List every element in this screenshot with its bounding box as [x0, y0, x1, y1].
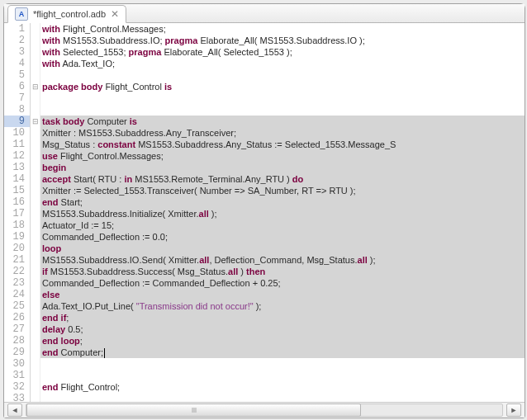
line-number[interactable]: 31: [4, 370, 31, 381]
scroll-right-button[interactable]: ►: [506, 403, 521, 417]
scroll-track[interactable]: [26, 403, 503, 417]
code-line[interactable]: 19 Commanded_Deflection := 0.0;: [4, 231, 525, 243]
code-line[interactable]: 21 MS1553.Subaddress.IO.Send( Xmitter.al…: [4, 254, 525, 266]
code-line[interactable]: 16 end Start;: [4, 196, 525, 208]
code-text[interactable]: begin: [40, 162, 525, 173]
code-line[interactable]: 20 loop: [4, 243, 525, 254]
code-line[interactable]: 2with MS1553.Subaddress.IO; pragma Elabo…: [4, 35, 525, 46]
line-number[interactable]: 10: [4, 127, 31, 139]
code-line[interactable]: 30: [4, 358, 525, 370]
line-number[interactable]: 15: [4, 185, 31, 196]
line-number[interactable]: 8: [4, 104, 31, 116]
code-text[interactable]: use Flight_Control.Messages;: [40, 150, 525, 162]
code-text[interactable]: accept Start( RTU : in MS1553.Remote_Ter…: [40, 173, 525, 185]
code-text[interactable]: [40, 393, 525, 402]
code-line[interactable]: 7: [4, 92, 525, 104]
scroll-thumb[interactable]: [26, 403, 361, 417]
line-number[interactable]: 3: [4, 46, 31, 58]
line-number[interactable]: 32: [4, 381, 31, 393]
code-line[interactable]: 11 Msg_Status : constant MS1553.Subaddre…: [4, 139, 525, 150]
code-line[interactable]: 29 end Computer;: [4, 347, 525, 358]
line-number[interactable]: 1: [4, 23, 31, 35]
code-text[interactable]: loop: [40, 243, 525, 254]
code-text[interactable]: Actuator_Id := 15;: [40, 219, 525, 231]
line-number[interactable]: 2: [4, 35, 31, 46]
code-text[interactable]: task body Computer is: [40, 116, 525, 127]
code-line[interactable]: 9⊟ task body Computer is: [4, 116, 525, 127]
code-text[interactable]: with Ada.Text_IO;: [40, 58, 525, 69]
code-line[interactable]: 5: [4, 69, 525, 81]
code-lines[interactable]: 1with Flight_Control.Messages;2with MS15…: [4, 23, 525, 402]
line-number[interactable]: 19: [4, 231, 31, 243]
code-text[interactable]: [40, 104, 525, 116]
code-text[interactable]: MS1553.Subaddress.IO.Send( Xmitter.all, …: [40, 254, 525, 266]
code-line[interactable]: 17MS1553.Subaddress.Initialize( Xmitter.…: [4, 208, 525, 219]
line-number[interactable]: 25: [4, 300, 31, 312]
code-line[interactable]: 1with Flight_Control.Messages;: [4, 23, 525, 35]
code-text[interactable]: [40, 370, 525, 381]
line-number[interactable]: 11: [4, 139, 31, 150]
code-line[interactable]: 23 Commanded_Deflection := Commanded_Def…: [4, 277, 525, 289]
code-text[interactable]: [40, 69, 525, 81]
line-number[interactable]: 12: [4, 150, 31, 162]
fold-toggle-icon[interactable]: ⊟: [31, 81, 40, 92]
line-number[interactable]: 23: [4, 277, 31, 289]
code-text[interactable]: with Selected_1553; pragma Elaborate_All…: [40, 46, 525, 58]
line-number[interactable]: 18: [4, 219, 31, 231]
code-line[interactable]: 26 end if;: [4, 312, 525, 323]
code-text[interactable]: end loop;: [40, 335, 525, 347]
line-number[interactable]: 33: [4, 393, 31, 402]
line-number[interactable]: 30: [4, 358, 31, 370]
code-text[interactable]: [40, 92, 525, 104]
fold-toggle-icon[interactable]: ⊟: [31, 116, 40, 127]
line-number[interactable]: 5: [4, 69, 31, 81]
line-number[interactable]: 14: [4, 173, 31, 185]
code-line[interactable]: 8: [4, 104, 525, 116]
line-number[interactable]: 22: [4, 266, 31, 277]
code-line[interactable]: 27 delay 0.5;: [4, 323, 525, 335]
code-line[interactable]: 4with Ada.Text_IO;: [4, 58, 525, 69]
code-text[interactable]: with Flight_Control.Messages;: [40, 23, 525, 35]
code-editor[interactable]: 1with Flight_Control.Messages;2with MS15…: [4, 23, 525, 402]
code-text[interactable]: with MS1553.Subaddress.IO; pragma Elabor…: [40, 35, 525, 46]
code-line[interactable]: 12 use Flight_Control.Messages;: [4, 150, 525, 162]
code-line[interactable]: 25 Ada.Text_IO.Put_Line( "Transmission d…: [4, 300, 525, 312]
code-text[interactable]: if MS1553.Subaddress.Success( Msg_Status…: [40, 266, 525, 277]
line-number[interactable]: 21: [4, 254, 31, 266]
line-number[interactable]: 28: [4, 335, 31, 347]
code-line[interactable]: 13 begin: [4, 162, 525, 173]
code-text[interactable]: MS1553.Subaddress.Initialize( Xmitter.al…: [40, 208, 525, 219]
line-number[interactable]: 4: [4, 58, 31, 69]
code-line[interactable]: 32end Flight_Control;: [4, 381, 525, 393]
code-text[interactable]: end Start;: [40, 196, 525, 208]
code-text[interactable]: else: [40, 289, 525, 300]
line-number[interactable]: 20: [4, 243, 31, 254]
code-text[interactable]: Ada.Text_IO.Put_Line( "Transmission did …: [40, 300, 525, 312]
code-text[interactable]: [40, 358, 525, 370]
code-line[interactable]: 31: [4, 370, 525, 381]
line-number[interactable]: 9: [4, 116, 31, 127]
code-text[interactable]: delay 0.5;: [40, 323, 525, 335]
code-text[interactable]: Commanded_Deflection := 0.0;: [40, 231, 525, 243]
code-text[interactable]: Xmitter := Selected_1553.Transceiver( Nu…: [40, 185, 525, 196]
close-icon[interactable]: ✕: [111, 9, 119, 19]
code-line[interactable]: 15 Xmitter := Selected_1553.Transceiver(…: [4, 185, 525, 196]
code-line[interactable]: 14 accept Start( RTU : in MS1553.Remote_…: [4, 173, 525, 185]
code-text[interactable]: end Flight_Control;: [40, 381, 525, 393]
code-text[interactable]: package body Flight_Control is: [40, 81, 525, 92]
code-line[interactable]: 6⊟package body Flight_Control is: [4, 81, 525, 92]
code-line[interactable]: 24 else: [4, 289, 525, 300]
line-number[interactable]: 17: [4, 208, 31, 219]
line-number[interactable]: 24: [4, 289, 31, 300]
line-number[interactable]: 27: [4, 323, 31, 335]
code-text[interactable]: Commanded_Deflection := Commanded_Deflec…: [40, 277, 525, 289]
code-line[interactable]: 10 Xmitter : MS1553.Subaddress.Any_Trans…: [4, 127, 525, 139]
line-number[interactable]: 13: [4, 162, 31, 173]
line-number[interactable]: 29: [4, 347, 31, 358]
code-text[interactable]: end if;: [40, 312, 525, 323]
code-text[interactable]: Msg_Status : constant MS1553.Subaddress.…: [40, 139, 525, 150]
line-number[interactable]: 7: [4, 92, 31, 104]
code-line[interactable]: 33: [4, 393, 525, 402]
line-number[interactable]: 26: [4, 312, 31, 323]
tab-flight-control[interactable]: A *flight_control.adb ✕: [7, 5, 126, 23]
